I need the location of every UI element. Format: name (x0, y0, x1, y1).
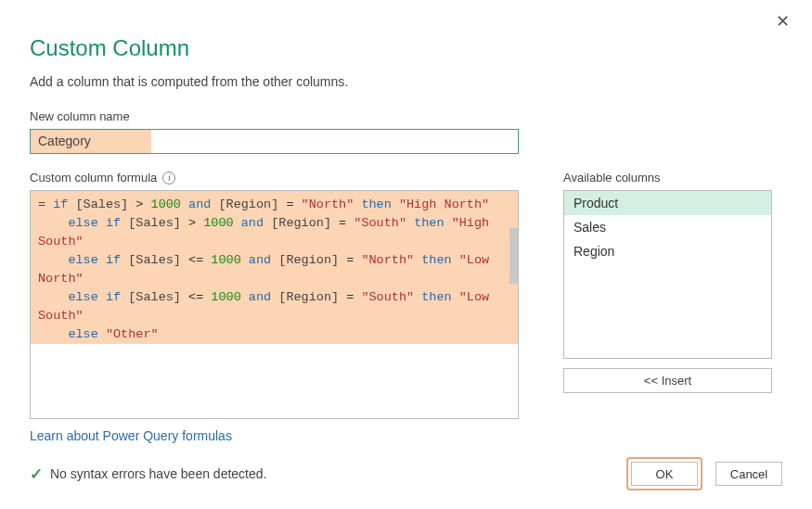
available-label: Available columns (563, 171, 772, 185)
name-label: New column name (30, 109, 782, 123)
cancel-button[interactable]: Cancel (715, 462, 782, 486)
available-columns-list[interactable]: Product Sales Region (563, 190, 772, 359)
close-icon[interactable]: ✕ (776, 11, 790, 32)
ok-highlight: OK (626, 457, 702, 490)
learn-link[interactable]: Learn about Power Query formulas (30, 428, 519, 443)
status-text: No syntax errors have been detected. (50, 466, 266, 481)
available-column-item[interactable]: Region (564, 239, 771, 263)
ok-button[interactable]: OK (631, 462, 698, 486)
check-icon: ✓ (30, 464, 43, 484)
dialog-subtitle: Add a column that is computed from the o… (30, 74, 782, 89)
insert-button[interactable]: << Insert (563, 368, 772, 393)
column-name-value: Category (31, 130, 518, 152)
status-bar: ✓ No syntax errors have been detected. (30, 464, 266, 484)
available-column-item[interactable]: Sales (564, 215, 771, 239)
formula-label: Custom column formula (30, 171, 157, 185)
dialog-title: Custom Column (30, 35, 782, 61)
column-name-input[interactable]: Category (30, 129, 519, 154)
formula-content: = if [Sales] > 1000 and [Region] = "Nort… (31, 191, 518, 349)
info-icon[interactable]: i (162, 172, 175, 185)
formula-input[interactable]: = if [Sales] > 1000 and [Region] = "Nort… (30, 190, 519, 419)
available-column-item[interactable]: Product (564, 191, 771, 215)
